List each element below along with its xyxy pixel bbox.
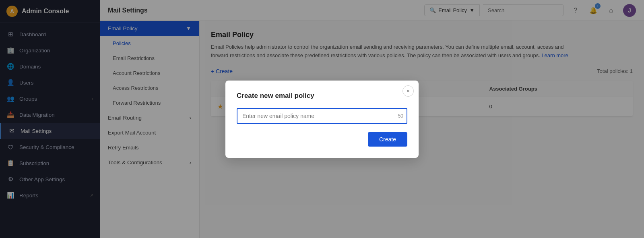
modal-create-button[interactable]: Create xyxy=(368,132,407,147)
modal-footer: Create xyxy=(237,132,407,147)
close-icon: × xyxy=(407,88,410,94)
modal-title: Create new email policy xyxy=(237,92,407,100)
modal-overlay[interactable]: × Create new email policy 50 Create xyxy=(0,0,644,238)
modal: × Create new email policy 50 Create xyxy=(225,81,419,158)
modal-close-button[interactable]: × xyxy=(402,85,414,97)
char-count: 50 xyxy=(398,113,403,119)
new-policy-name-input[interactable] xyxy=(237,108,407,124)
modal-input-wrapper: 50 xyxy=(237,108,407,124)
